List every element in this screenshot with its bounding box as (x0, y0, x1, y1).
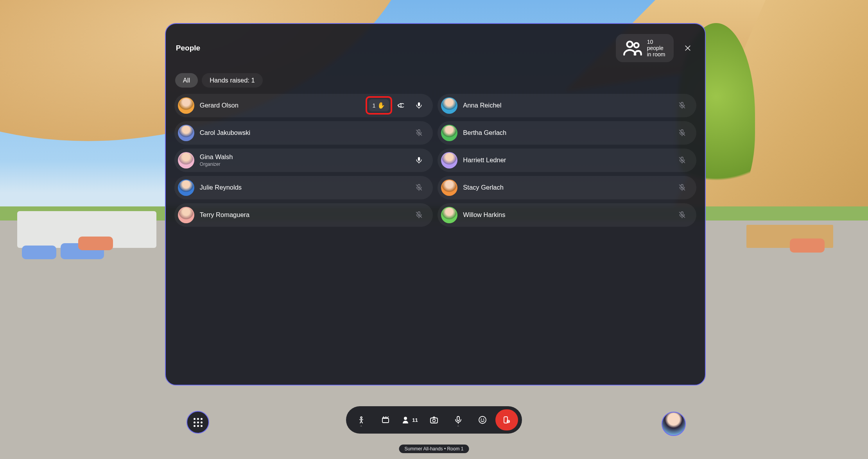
grid-icon (194, 418, 203, 427)
svg-point-20 (483, 419, 484, 420)
mic-button[interactable] (411, 152, 427, 168)
mic-muted-indicator (674, 125, 690, 141)
chevron-up-icon: ⌃ (360, 425, 363, 429)
svg-point-18 (479, 416, 486, 423)
mic-muted-indicator (674, 180, 690, 195)
person-role: Organizer (200, 161, 411, 167)
people-panel: People 10 people in room All Hands raise… (165, 23, 706, 385)
person-row[interactable]: Bertha Gerlach (438, 121, 696, 145)
mic-on-icon (415, 101, 423, 109)
room-count-badge[interactable]: 10 people in room (616, 34, 674, 62)
mic-off-icon (415, 129, 423, 137)
leave-button[interactable] (495, 409, 518, 430)
mic-muted-indicator (674, 98, 690, 113)
person-row[interactable]: Harriett Ledner (438, 149, 696, 172)
close-button[interactable] (681, 41, 695, 55)
avatar (441, 97, 457, 114)
svg-rect-2 (418, 102, 420, 106)
avatar (441, 125, 457, 141)
mic-off-icon (678, 129, 686, 137)
smile-icon (478, 415, 487, 425)
megaphone-button[interactable] (393, 98, 409, 113)
person-row[interactable]: Anna Reichel (438, 94, 696, 117)
people-list: Gerard Olson 1 ✋ An (174, 94, 696, 227)
megaphone-icon (397, 101, 405, 109)
people-icon (621, 37, 644, 59)
mic-off-icon (678, 183, 686, 192)
svg-point-1 (634, 43, 639, 48)
avatar (178, 152, 194, 169)
mic-icon (454, 415, 463, 425)
mic-toggle-button[interactable]: ⌃ (447, 409, 470, 430)
avatar (178, 125, 194, 141)
person-row[interactable]: Willow Harkins (438, 203, 696, 227)
room-count-label: 10 people in room (647, 39, 668, 57)
mic-muted-indicator (411, 207, 427, 223)
chevron-up-icon: ⌃ (457, 425, 460, 429)
person-row[interactable]: Stacy Gerlach (438, 176, 696, 199)
svg-rect-17 (457, 416, 459, 421)
person-name: Julie Reynolds (200, 184, 411, 192)
avatar (178, 97, 194, 114)
mic-muted-indicator (411, 180, 427, 195)
hand-order: 1 (373, 102, 376, 109)
person-row[interactable]: Carol Jakubowski (174, 121, 433, 145)
mic-off-icon (415, 183, 423, 192)
avatar (441, 152, 457, 169)
svg-point-14 (404, 417, 407, 420)
person-name: Anna Reichel (463, 102, 674, 109)
mic-on-icon (415, 156, 423, 164)
avatar (441, 207, 457, 223)
mic-muted-indicator (674, 207, 690, 223)
mic-off-icon (678, 156, 686, 164)
teleport-icon (357, 415, 366, 425)
mic-button[interactable] (411, 98, 427, 113)
leave-icon (502, 415, 511, 425)
person-icon (402, 415, 411, 425)
action-toolbar: ⌃ 11 ⌃ (346, 406, 522, 434)
teleport-button[interactable]: ⌃ (350, 409, 373, 430)
highlight-annotation: 1 ✋ (366, 96, 393, 115)
person-row[interactable]: Terry Romaguera (174, 203, 433, 227)
person-name: Gerard Olson (200, 102, 367, 109)
participants-button[interactable]: 11 (398, 409, 421, 430)
person-name: Gina Walsh (200, 153, 411, 161)
svg-point-0 (627, 41, 632, 47)
person-name: Terry Romaguera (200, 211, 411, 219)
person-row[interactable]: Julie Reynolds (174, 176, 433, 199)
close-icon (684, 44, 692, 52)
camera-button[interactable] (423, 409, 445, 430)
tab-all[interactable]: All (175, 73, 198, 88)
person-name: Willow Harkins (463, 211, 674, 219)
hand-raised-badge[interactable]: 1 ✋ (369, 99, 389, 111)
svg-point-19 (481, 419, 481, 420)
svg-rect-13 (382, 418, 389, 423)
record-button[interactable] (374, 409, 397, 430)
svg-rect-15 (430, 418, 438, 423)
mic-off-icon (415, 211, 423, 219)
avatar (178, 207, 194, 223)
panel-title: People (176, 44, 200, 52)
avatar (178, 179, 194, 196)
reactions-button[interactable] (471, 409, 494, 430)
avatar (441, 179, 457, 196)
camera-icon (429, 415, 439, 425)
mic-off-icon (678, 211, 686, 219)
mic-muted-indicator (674, 152, 690, 168)
person-row[interactable]: Gerard Olson 1 ✋ (174, 94, 433, 117)
participants-count: 11 (412, 417, 418, 423)
person-name: Harriett Ledner (463, 156, 674, 164)
person-name: Stacy Gerlach (463, 184, 674, 192)
person-name: Carol Jakubowski (200, 129, 411, 137)
svg-point-16 (433, 419, 436, 422)
svg-rect-6 (418, 157, 420, 161)
tab-hands-raised[interactable]: Hands raised: 1 (202, 73, 263, 88)
person-row[interactable]: Gina Walsh Organizer (174, 149, 433, 172)
room-label: Summer All-hands • Room 1 (399, 445, 469, 453)
self-avatar-button[interactable] (662, 412, 686, 436)
raised-hand-icon: ✋ (377, 102, 385, 109)
clapperboard-icon (381, 415, 390, 425)
person-name: Bertha Gerlach (463, 129, 674, 137)
mic-muted-indicator (411, 125, 427, 141)
mic-off-icon (678, 101, 686, 109)
